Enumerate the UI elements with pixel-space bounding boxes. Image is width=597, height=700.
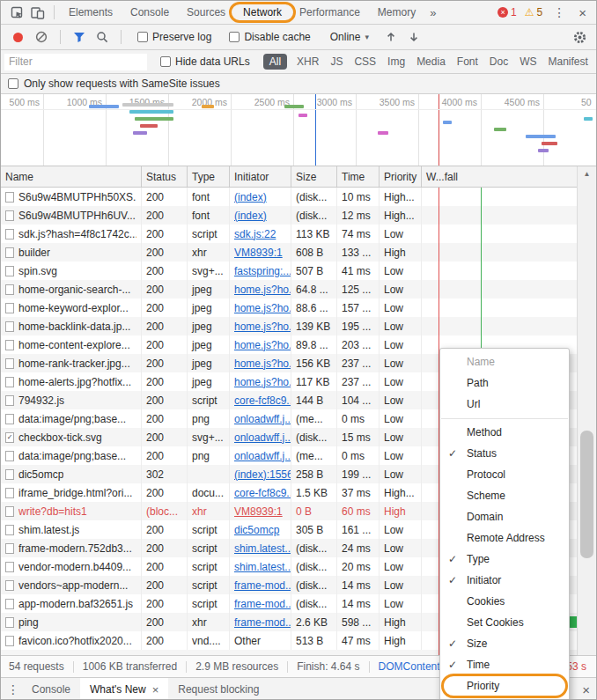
kebab-menu-icon[interactable]: ⋮ <box>550 5 568 19</box>
clear-icon[interactable] <box>32 27 51 47</box>
drawer-kebab-menu-icon[interactable]: ⋮ <box>4 682 22 696</box>
column-header-time[interactable]: Time <box>337 166 380 187</box>
menu-item-domain[interactable]: Domain <box>440 506 569 527</box>
hide-data-urls-checkbox[interactable] <box>160 56 171 67</box>
menu-item-cookies[interactable]: Cookies <box>440 591 569 612</box>
menu-item-status[interactable]: ✓Status <box>440 443 569 464</box>
export-har-icon[interactable] <box>404 27 424 47</box>
initiator-link[interactable]: frame-mod... <box>234 579 291 592</box>
initiator-link[interactable]: home.js?ho... <box>234 357 291 370</box>
filter-pill-font[interactable]: Font <box>455 54 480 70</box>
initiator-link[interactable]: VM8939:1 <box>234 505 283 518</box>
drawer-tab-console[interactable]: Console <box>22 678 80 700</box>
filter-pill-xhr[interactable]: XHR <box>295 54 321 70</box>
initiator-link[interactable]: frame-mod... <box>234 598 291 610</box>
column-header-size[interactable]: Size <box>291 166 337 187</box>
drawer-tab-request-blocking[interactable]: Request blocking <box>168 678 269 700</box>
initiator-link[interactable]: home.js?ho... <box>234 284 291 296</box>
menu-item-time[interactable]: ✓Time <box>440 654 569 675</box>
filter-pill-all[interactable]: All <box>263 54 287 70</box>
warning-badge[interactable]: ⚠ 5 <box>525 6 542 18</box>
record-button[interactable] <box>13 33 23 42</box>
initiator-link[interactable]: onloadwff.j... <box>234 413 291 425</box>
table-row[interactable]: S6u9w4BMUTPHh50XS...200font(index)(disk.… <box>1 188 579 206</box>
filter-pill-img[interactable]: Img <box>386 54 407 70</box>
table-row[interactable]: home-keyword-explor...200jpeghome.js?ho.… <box>1 298 579 317</box>
filter-icon[interactable] <box>70 27 89 47</box>
table-row[interactable]: S6u9w4BMUTPHh6UV...200font(index)(disk..… <box>1 206 579 225</box>
menu-item-size[interactable]: ✓Size <box>440 633 569 654</box>
tab-performance[interactable]: Performance <box>291 1 369 24</box>
tab-sources[interactable]: Sources <box>178 1 234 24</box>
device-toolbar-icon[interactable] <box>27 2 48 23</box>
menu-item-remote-address[interactable]: Remote Address <box>440 527 569 549</box>
scroll-up-icon[interactable]: ▲ <box>578 166 596 181</box>
timeline-overview[interactable]: 500 ms1000 ms1500 ms2000 ms2500 ms3000 m… <box>1 94 596 166</box>
tab-elements[interactable]: Elements <box>60 1 122 24</box>
initiator-link[interactable]: (index) <box>234 210 267 222</box>
column-header-type[interactable]: Type <box>188 166 230 187</box>
preserve-log-checkbox[interactable] <box>137 32 148 42</box>
disable-cache-checkbox[interactable] <box>229 32 240 42</box>
filter-input[interactable] <box>4 54 147 70</box>
column-header-status[interactable]: Status <box>142 166 188 187</box>
close-tab-icon[interactable]: × <box>152 683 159 696</box>
menu-item-scheme[interactable]: Scheme <box>440 485 569 506</box>
initiator-link[interactable]: sdk.js:22 <box>234 228 276 240</box>
table-row[interactable]: spin.svg200svg+...fastspring:...507 B41 … <box>1 262 579 280</box>
menu-item-method[interactable]: Method <box>440 422 569 443</box>
menu-item-name[interactable]: Name <box>440 351 569 372</box>
column-header-name[interactable]: Name <box>1 166 142 187</box>
initiator-link[interactable]: frame-mod... <box>234 616 291 629</box>
import-har-icon[interactable] <box>381 27 401 47</box>
drawer-tab-what-s-new[interactable]: What's New× <box>80 678 168 700</box>
menu-item-type[interactable]: ✓Type <box>440 549 569 570</box>
initiator-link[interactable]: home.js?ho... <box>234 302 291 314</box>
initiator-link[interactable]: dic5omcp <box>234 524 279 536</box>
close-devtools-icon[interactable]: × <box>576 5 589 20</box>
tab-network[interactable]: Network <box>234 1 291 24</box>
more-panels-icon[interactable]: » <box>424 6 441 19</box>
error-badge[interactable]: × 1 <box>498 6 517 18</box>
filter-pill-media[interactable]: Media <box>415 54 447 70</box>
inspect-element-icon[interactable] <box>6 2 27 23</box>
menu-item-set-cookies[interactable]: Set Cookies <box>440 612 569 633</box>
tab-console[interactable]: Console <box>122 1 178 24</box>
initiator-link[interactable]: home.js?ho... <box>234 339 291 351</box>
menu-item-priority[interactable]: Priority <box>440 675 569 696</box>
filter-pill-ws[interactable]: WS <box>518 54 538 70</box>
menu-item-path[interactable]: Path <box>440 372 569 394</box>
filter-pill-css[interactable]: CSS <box>352 54 378 70</box>
initiator-link[interactable]: core-fcf8c9... <box>234 487 291 499</box>
throttling-select[interactable]: Online ▾ <box>330 31 369 43</box>
tab-memory[interactable]: Memory <box>369 1 424 24</box>
initiator-link[interactable]: onloadwff.j... <box>234 450 291 462</box>
initiator-link[interactable]: shim.latest... <box>234 561 291 573</box>
column-header-priority[interactable]: Priority <box>380 166 422 187</box>
table-row[interactable]: home-organic-search-...200jpeghome.js?ho… <box>1 280 579 298</box>
menu-item-url[interactable]: Url <box>440 394 569 415</box>
initiator-link[interactable]: onloadwff.j... <box>234 431 291 444</box>
scrollbar[interactable]: ▲ <box>577 166 596 655</box>
scrollbar-thumb[interactable] <box>580 431 593 558</box>
initiator-link[interactable]: fastspring:... <box>234 265 291 277</box>
column-header-wfall[interactable]: W...fall <box>422 166 579 187</box>
search-icon[interactable] <box>92 27 112 47</box>
initiator-link[interactable]: (index):1556 <box>234 468 291 481</box>
initiator-link[interactable]: core-fcf8c9... <box>234 394 291 407</box>
initiator-link[interactable]: VM8939:1 <box>234 247 283 259</box>
menu-item-initiator[interactable]: ✓Initiator <box>440 570 569 591</box>
initiator-link[interactable]: shim.latest... <box>234 542 291 555</box>
menu-item-protocol[interactable]: Protocol <box>440 464 569 485</box>
table-row[interactable]: builder200xhrVM8939:1608 B133 ...High <box>1 243 579 262</box>
table-row[interactable]: sdk.js?hash=4f8c1742c...200scriptsdk.js:… <box>1 225 579 243</box>
samesite-checkbox[interactable] <box>8 78 18 89</box>
filter-pill-manifest[interactable]: Manifest <box>547 54 590 70</box>
initiator-link[interactable]: home.js?ho... <box>234 376 291 388</box>
filter-pill-js[interactable]: JS <box>328 54 344 70</box>
close-drawer-icon[interactable]: × <box>579 682 593 697</box>
initiator-link[interactable]: (index) <box>234 191 267 203</box>
initiator-link[interactable]: home.js?ho... <box>234 321 291 333</box>
settings-gear-icon[interactable] <box>570 27 589 47</box>
table-row[interactable]: home-backlink-data.jp...200jpeghome.js?h… <box>1 317 579 335</box>
